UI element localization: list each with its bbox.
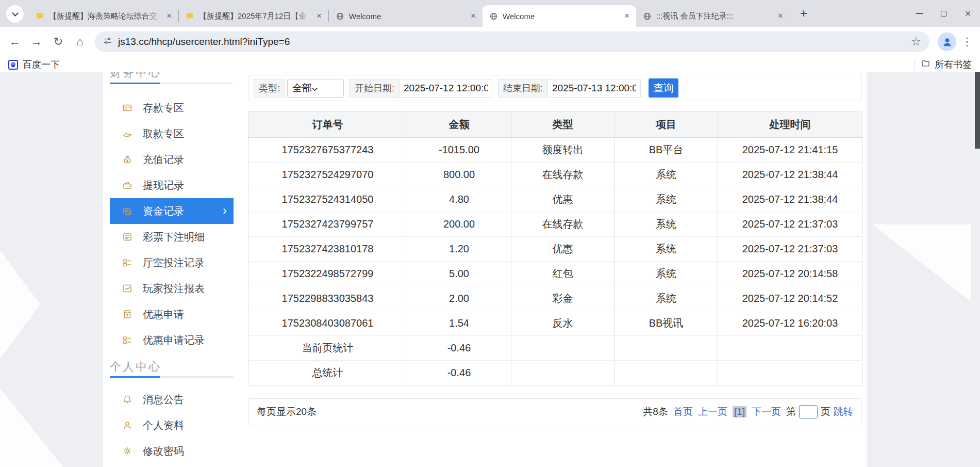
table-cell: 系统 — [614, 187, 718, 212]
table-cell: 2025-07-12 21:38:44 — [718, 163, 862, 187]
sidebar-item-玩家投注报表[interactable]: 玩家投注报表 — [110, 276, 234, 301]
watermark-triangle — [0, 250, 40, 359]
first-page-link[interactable]: 首页 — [673, 405, 693, 418]
tab-close-icon[interactable]: × — [314, 11, 324, 21]
sidebar-item-彩票下注明细[interactable]: 彩票下注明细 — [110, 224, 234, 250]
withdraw-hand-icon — [122, 128, 132, 139]
type-select[interactable]: 全部 — [287, 79, 344, 98]
site-info-icon[interactable] — [103, 36, 112, 47]
sidebar-item-修改密码[interactable]: 修改密码 — [110, 438, 234, 464]
close-window-button[interactable]: × — [956, 0, 980, 27]
sidebar-item-消息公告[interactable]: 消息公告 — [110, 387, 234, 412]
start-date-input[interactable] — [399, 79, 492, 98]
all-bookmarks-button[interactable]: 所有书签 — [921, 58, 972, 71]
tab-title: :::视讯 会员下注纪录::: — [656, 11, 775, 21]
tab-search-button[interactable] — [6, 5, 24, 23]
sidebar-section-personal: 个人中心 — [110, 360, 234, 374]
jump-link[interactable]: 跳转 — [834, 405, 853, 418]
sidebar-item-label: 充值记录 — [143, 153, 184, 167]
sidebar-item-个人资料[interactable]: 个人资料 — [110, 412, 234, 438]
sidebar: 财务中心 存款专区取款专区充值记录提现记录资金记录›彩票下注明细厅室投注记录玩家… — [103, 72, 234, 467]
next-page-link[interactable]: 下一页 — [752, 405, 781, 418]
forum-favicon-icon — [35, 11, 44, 21]
table-cell: -0.46 — [407, 336, 511, 361]
table-header-row: 订单号金额类型项目处理时间 — [248, 112, 862, 138]
tab-title: Welcome — [503, 12, 622, 21]
table-cell: 在线存款 — [511, 163, 614, 187]
browser-tab-5[interactable]: :::视讯 会员下注纪录::: × — [636, 5, 790, 27]
start-date-label: 开始日期: — [350, 79, 399, 98]
profile-person-icon — [122, 420, 132, 430]
funds-record-table: 订单号金额类型项目处理时间 1752327675377243-1015.00额度… — [248, 111, 862, 385]
table-cell: 1.54 — [407, 311, 511, 336]
sidebar-item-label: 提现记录 — [143, 179, 184, 192]
page-jump-input[interactable] — [799, 405, 818, 418]
globe-favicon-icon — [642, 11, 652, 21]
browser-menu-icon[interactable]: ⋮ — [960, 36, 974, 48]
browser-toolbar: ← → ↻ ⌂ js13.cc/hhcp/usercenter.html?ini… — [0, 27, 980, 57]
maximize-icon — [941, 11, 946, 17]
reload-button[interactable]: ↻ — [47, 31, 69, 52]
browser-tab-2[interactable]: 【新提醒】2025年7月12日【金 × — [179, 5, 328, 27]
window-controls: × — [907, 0, 980, 27]
prev-page-link[interactable]: 上一页 — [698, 405, 727, 418]
sidebar-item-厅室投注记录[interactable]: 厅室投注记录 — [110, 250, 234, 276]
new-tab-button[interactable]: + — [796, 6, 811, 21]
table-cell: 1752327423810178 — [248, 237, 407, 262]
tab-close-icon[interactable]: × — [468, 11, 478, 21]
sidebar-item-充值记录[interactable]: 充值记录 — [110, 147, 234, 172]
table-cell: 200.00 — [407, 212, 511, 237]
table-cell — [614, 361, 718, 385]
maximize-button[interactable] — [932, 0, 956, 27]
promo-red-packet-icon — [122, 309, 132, 319]
table-cell: 1752327675377243 — [248, 138, 407, 163]
bookmark-star-icon[interactable]: ☆ — [911, 35, 921, 49]
end-date-label: 结束日期: — [498, 79, 547, 98]
chevron-down-icon — [12, 10, 19, 17]
all-bookmarks-label: 所有书签 — [935, 58, 972, 71]
address-bar[interactable]: js13.cc/hhcp/usercenter.html?iniType=6 ☆ — [95, 31, 929, 52]
type-select-value: 全部 — [292, 82, 312, 95]
table-row: 17523275243140504.80优惠系统2025-07-12 21:38… — [248, 187, 862, 212]
minimize-button[interactable] — [907, 0, 932, 27]
profile-avatar[interactable] — [938, 33, 956, 51]
sidebar-item-提现记录[interactable]: 提现记录 — [110, 172, 234, 198]
query-button[interactable]: 查询 — [649, 78, 678, 98]
table-row: 1752327675377243-1015.00额度转出BB平台2025-07-… — [248, 138, 862, 163]
sidebar-item-存款专区[interactable]: 存款专区 — [110, 95, 234, 121]
forum-favicon-icon — [185, 11, 194, 21]
table-row: 17522988330358432.00彩金系统2025-07-12 20:14… — [248, 286, 862, 311]
sidebar-item-取款专区[interactable]: 取款专区 — [110, 121, 234, 147]
sidebar-item-资金记录[interactable]: 资金记录› — [110, 198, 234, 224]
tab-close-icon[interactable]: × — [622, 11, 632, 21]
browser-tab-3[interactable]: Welcome × — [329, 5, 483, 27]
tab-close-icon[interactable]: × — [164, 11, 174, 21]
globe-favicon-icon — [489, 11, 498, 21]
browser-tab-1[interactable]: 【新提醒】海燕策略论坛综合交 × — [29, 5, 178, 27]
table-row: 17523084030870611.54反水BB视讯2025-07-12 16:… — [248, 311, 862, 336]
globe-favicon-icon — [335, 11, 344, 21]
bookmark-baidu[interactable]: 百度一下 — [8, 58, 60, 71]
sidebar-item-优惠申请记录[interactable]: 优惠申请记录 — [110, 327, 234, 353]
sidebar-item-label: 彩票下注明细 — [143, 230, 205, 244]
player-report-chart-icon — [122, 283, 132, 294]
jump-prefix-label: 第 — [786, 405, 796, 418]
sidebar-item-label: 厅室投注记录 — [143, 256, 205, 270]
sidebar-section-finance: 财务中心 — [110, 72, 234, 80]
url-text[interactable]: js13.cc/hhcp/usercenter.html?iniType=6 — [118, 36, 905, 47]
end-date-input[interactable] — [547, 79, 641, 98]
close-icon: × — [965, 8, 971, 19]
table-cell — [614, 336, 718, 361]
forward-button[interactable]: → — [26, 31, 47, 52]
withdraw-record-wallet-icon — [122, 180, 132, 190]
table-cell: -0.46 — [407, 361, 511, 385]
sidebar-item-优惠申请[interactable]: 优惠申请 — [110, 301, 234, 327]
home-button[interactable]: ⌂ — [69, 31, 91, 52]
back-button[interactable]: ← — [4, 31, 26, 52]
bookmarks-bar: 百度一下 所有书签 — [0, 57, 980, 72]
watermark-triangle — [0, 388, 66, 467]
browser-tab-4-active[interactable]: Welcome × — [483, 5, 636, 27]
scrollbar-thumb[interactable] — [975, 72, 980, 149]
tab-close-icon[interactable]: × — [775, 11, 786, 21]
tab-separator — [790, 10, 790, 22]
